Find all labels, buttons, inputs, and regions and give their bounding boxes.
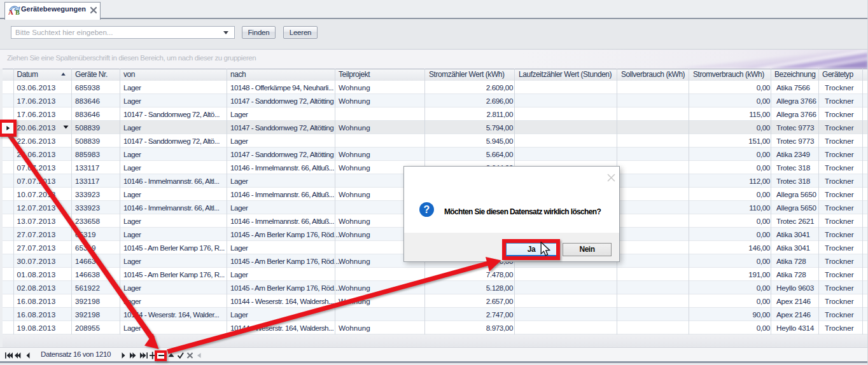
svg-text:A: A	[8, 8, 13, 15]
svg-text:B: B	[15, 9, 20, 15]
